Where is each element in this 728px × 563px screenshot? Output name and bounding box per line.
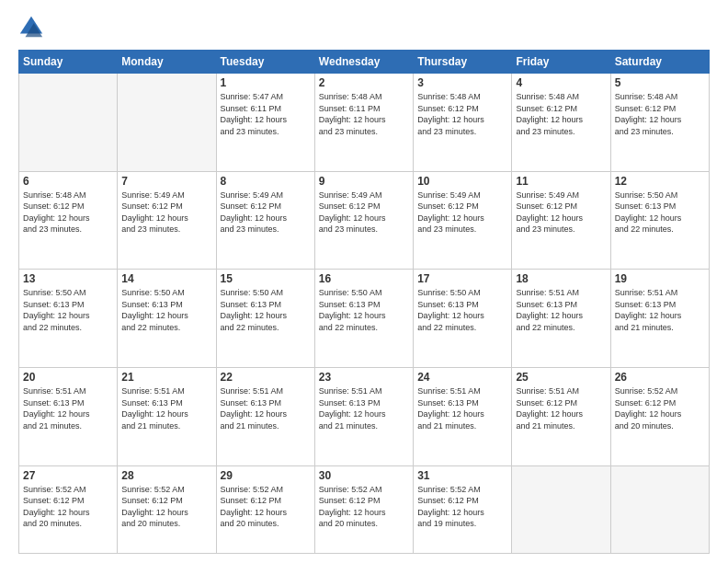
calendar-cell (19, 74, 118, 172)
calendar-cell: 17Sunrise: 5:50 AM Sunset: 6:13 PM Dayli… (414, 270, 512, 368)
calendar-cell: 20Sunrise: 5:51 AM Sunset: 6:13 PM Dayli… (19, 367, 118, 465)
day-number: 2 (319, 76, 409, 89)
logo-icon (18, 15, 44, 40)
calendar-cell: 24Sunrise: 5:51 AM Sunset: 6:13 PM Dayli… (414, 367, 512, 465)
calendar-cell: 2Sunrise: 5:48 AM Sunset: 6:11 PM Daylig… (314, 74, 413, 172)
day-info: Sunrise: 5:52 AM Sunset: 6:12 PM Dayligh… (319, 484, 409, 530)
day-info: Sunrise: 5:50 AM Sunset: 6:13 PM Dayligh… (121, 287, 211, 333)
calendar-header-wednesday: Wednesday (314, 51, 413, 74)
calendar-cell: 21Sunrise: 5:51 AM Sunset: 6:13 PM Dayli… (118, 367, 216, 465)
day-info: Sunrise: 5:51 AM Sunset: 6:13 PM Dayligh… (221, 385, 311, 431)
calendar-header-thursday: Thursday (414, 51, 512, 74)
calendar-header-monday: Monday (118, 51, 216, 74)
calendar-header-row: SundayMondayTuesdayWednesdayThursdayFrid… (19, 51, 710, 74)
day-number: 27 (23, 469, 113, 482)
header (18, 15, 710, 40)
day-info: Sunrise: 5:50 AM Sunset: 6:13 PM Dayligh… (319, 287, 409, 333)
day-number: 18 (516, 272, 606, 285)
day-info: Sunrise: 5:48 AM Sunset: 6:11 PM Dayligh… (319, 91, 409, 137)
calendar-header-saturday: Saturday (610, 51, 709, 74)
day-info: Sunrise: 5:52 AM Sunset: 6:12 PM Dayligh… (417, 484, 507, 530)
calendar-cell: 12Sunrise: 5:50 AM Sunset: 6:13 PM Dayli… (610, 171, 709, 270)
day-info: Sunrise: 5:52 AM Sunset: 6:12 PM Dayligh… (121, 484, 211, 530)
calendar-cell: 4Sunrise: 5:48 AM Sunset: 6:12 PM Daylig… (512, 74, 610, 172)
day-info: Sunrise: 5:47 AM Sunset: 6:11 PM Dayligh… (221, 91, 311, 137)
day-info: Sunrise: 5:51 AM Sunset: 6:13 PM Dayligh… (319, 385, 409, 431)
calendar-cell: 18Sunrise: 5:51 AM Sunset: 6:13 PM Dayli… (512, 270, 610, 368)
day-number: 7 (121, 175, 211, 188)
calendar-header-friday: Friday (512, 51, 610, 74)
calendar-cell: 11Sunrise: 5:49 AM Sunset: 6:12 PM Dayli… (512, 171, 610, 270)
day-number: 31 (417, 469, 507, 482)
day-number: 14 (121, 272, 211, 285)
day-number: 10 (417, 175, 507, 188)
calendar-cell: 25Sunrise: 5:51 AM Sunset: 6:12 PM Dayli… (512, 367, 610, 465)
page: SundayMondayTuesdayWednesdayThursdayFrid… (0, 0, 728, 563)
day-info: Sunrise: 5:51 AM Sunset: 6:13 PM Dayligh… (516, 287, 606, 333)
day-number: 9 (319, 175, 409, 188)
day-info: Sunrise: 5:50 AM Sunset: 6:13 PM Dayligh… (221, 287, 311, 333)
calendar-week-row: 27Sunrise: 5:52 AM Sunset: 6:12 PM Dayli… (19, 465, 710, 553)
day-info: Sunrise: 5:48 AM Sunset: 6:12 PM Dayligh… (23, 190, 113, 236)
day-number: 25 (516, 371, 606, 384)
calendar-cell: 10Sunrise: 5:49 AM Sunset: 6:12 PM Dayli… (414, 171, 512, 270)
calendar-cell: 16Sunrise: 5:50 AM Sunset: 6:13 PM Dayli… (314, 270, 413, 368)
day-info: Sunrise: 5:51 AM Sunset: 6:13 PM Dayligh… (615, 287, 705, 333)
calendar-week-row: 6Sunrise: 5:48 AM Sunset: 6:12 PM Daylig… (19, 171, 710, 270)
calendar-cell: 9Sunrise: 5:49 AM Sunset: 6:12 PM Daylig… (314, 171, 413, 270)
calendar-cell: 13Sunrise: 5:50 AM Sunset: 6:13 PM Dayli… (19, 270, 118, 368)
calendar-cell: 23Sunrise: 5:51 AM Sunset: 6:13 PM Dayli… (314, 367, 413, 465)
day-info: Sunrise: 5:48 AM Sunset: 6:12 PM Dayligh… (516, 91, 606, 137)
calendar-cell: 22Sunrise: 5:51 AM Sunset: 6:13 PM Dayli… (216, 367, 314, 465)
day-info: Sunrise: 5:51 AM Sunset: 6:12 PM Dayligh… (516, 385, 606, 431)
calendar-week-row: 13Sunrise: 5:50 AM Sunset: 6:13 PM Dayli… (19, 270, 710, 368)
day-info: Sunrise: 5:50 AM Sunset: 6:13 PM Dayligh… (23, 287, 113, 333)
day-number: 8 (221, 175, 311, 188)
day-info: Sunrise: 5:52 AM Sunset: 6:12 PM Dayligh… (23, 484, 113, 530)
calendar-header-tuesday: Tuesday (216, 51, 314, 74)
day-info: Sunrise: 5:48 AM Sunset: 6:12 PM Dayligh… (417, 91, 507, 137)
day-number: 23 (319, 371, 409, 384)
calendar-week-row: 20Sunrise: 5:51 AM Sunset: 6:13 PM Dayli… (19, 367, 710, 465)
day-number: 28 (121, 469, 211, 482)
day-number: 1 (221, 76, 311, 89)
day-info: Sunrise: 5:49 AM Sunset: 6:12 PM Dayligh… (319, 190, 409, 236)
calendar-cell (118, 74, 216, 172)
day-info: Sunrise: 5:49 AM Sunset: 6:12 PM Dayligh… (121, 190, 211, 236)
calendar-cell: 27Sunrise: 5:52 AM Sunset: 6:12 PM Dayli… (19, 465, 118, 553)
day-number: 19 (615, 272, 705, 285)
calendar-cell (610, 465, 709, 553)
day-number: 6 (23, 175, 113, 188)
calendar-table: SundayMondayTuesdayWednesdayThursdayFrid… (18, 50, 710, 554)
day-info: Sunrise: 5:49 AM Sunset: 6:12 PM Dayligh… (417, 190, 507, 236)
calendar-cell: 15Sunrise: 5:50 AM Sunset: 6:13 PM Dayli… (216, 270, 314, 368)
day-number: 17 (417, 272, 507, 285)
day-number: 22 (221, 371, 311, 384)
calendar-cell: 31Sunrise: 5:52 AM Sunset: 6:12 PM Dayli… (414, 465, 512, 553)
day-info: Sunrise: 5:51 AM Sunset: 6:13 PM Dayligh… (23, 385, 113, 431)
day-number: 13 (23, 272, 113, 285)
calendar-cell: 28Sunrise: 5:52 AM Sunset: 6:12 PM Dayli… (118, 465, 216, 553)
calendar-cell: 8Sunrise: 5:49 AM Sunset: 6:12 PM Daylig… (216, 171, 314, 270)
day-number: 20 (23, 371, 113, 384)
day-number: 5 (615, 76, 705, 89)
day-info: Sunrise: 5:48 AM Sunset: 6:12 PM Dayligh… (615, 91, 705, 137)
calendar-cell: 30Sunrise: 5:52 AM Sunset: 6:12 PM Dayli… (314, 465, 413, 553)
day-number: 4 (516, 76, 606, 89)
day-info: Sunrise: 5:50 AM Sunset: 6:13 PM Dayligh… (417, 287, 507, 333)
day-number: 30 (319, 469, 409, 482)
calendar-cell: 3Sunrise: 5:48 AM Sunset: 6:12 PM Daylig… (414, 74, 512, 172)
day-number: 24 (417, 371, 507, 384)
day-number: 21 (121, 371, 211, 384)
calendar-cell: 5Sunrise: 5:48 AM Sunset: 6:12 PM Daylig… (610, 74, 709, 172)
day-number: 26 (615, 371, 705, 384)
day-info: Sunrise: 5:49 AM Sunset: 6:12 PM Dayligh… (516, 190, 606, 236)
day-info: Sunrise: 5:51 AM Sunset: 6:13 PM Dayligh… (417, 385, 507, 431)
day-info: Sunrise: 5:51 AM Sunset: 6:13 PM Dayligh… (121, 385, 211, 431)
day-number: 16 (319, 272, 409, 285)
calendar-cell (512, 465, 610, 553)
day-number: 15 (221, 272, 311, 285)
calendar-week-row: 1Sunrise: 5:47 AM Sunset: 6:11 PM Daylig… (19, 74, 710, 172)
calendar-cell: 19Sunrise: 5:51 AM Sunset: 6:13 PM Dayli… (610, 270, 709, 368)
day-number: 29 (221, 469, 311, 482)
